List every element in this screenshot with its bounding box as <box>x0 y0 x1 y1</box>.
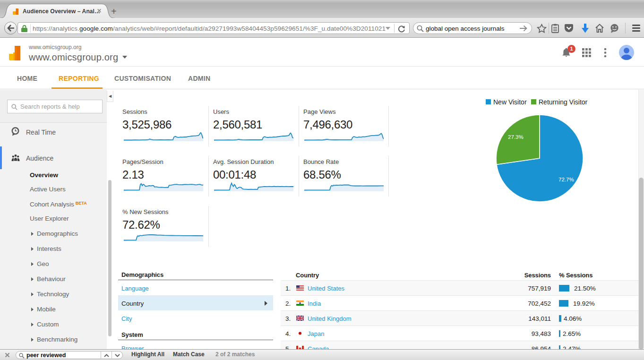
svg-text:72.7%: 72.7% <box>558 177 574 182</box>
svg-text:27.3%: 27.3% <box>508 134 524 140</box>
